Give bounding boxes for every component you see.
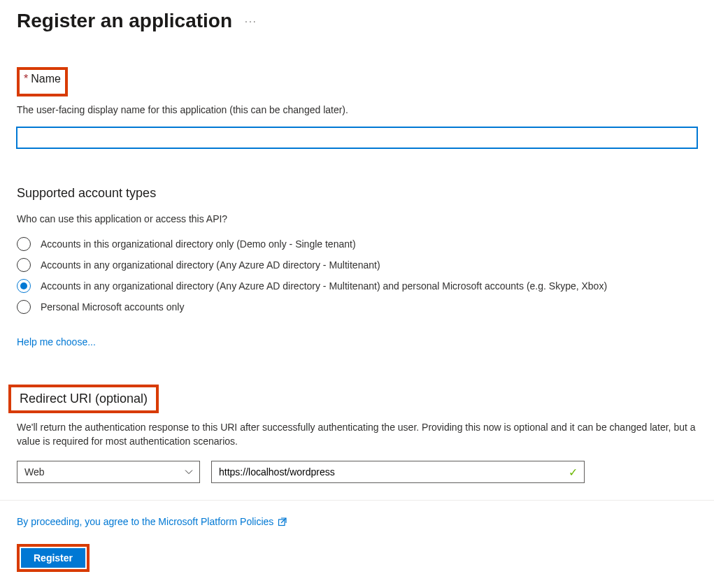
redirect-uri-input[interactable] [211,461,585,483]
radio-label: Accounts in any organizational directory… [41,259,380,271]
page-title: Register an application [17,10,232,32]
external-link-icon [278,517,287,526]
platform-policies-link[interactable]: By proceeding, you agree to the Microsof… [17,516,273,527]
radio-icon[interactable] [17,237,31,251]
account-type-option-0[interactable]: Accounts in this organizational director… [17,237,697,251]
platform-selected-value: Web [24,466,45,478]
radio-label: Personal Microsoft accounts only [41,301,184,313]
divider [0,500,714,501]
name-label: *Name [24,73,61,85]
redirect-heading: Redirect URI (optional) [20,392,149,406]
account-types-heading: Supported account types [17,186,697,201]
name-highlight: *Name [17,67,68,96]
radio-label: Accounts in this organizational director… [41,238,356,250]
platform-select[interactable]: Web [17,461,200,483]
help-me-choose-link[interactable]: Help me choose... [17,336,96,347]
account-type-option-3[interactable]: Personal Microsoft accounts only [17,300,697,314]
more-actions-icon[interactable]: ··· [245,15,257,27]
radio-label: Accounts in any organizational directory… [41,280,607,292]
required-star-icon: * [24,73,28,85]
name-input[interactable] [17,127,697,148]
register-highlight: Register [17,544,90,572]
redirect-description: We'll return the authentication response… [17,420,697,449]
redirect-highlight: Redirect URI (optional) [8,385,159,413]
radio-icon[interactable] [17,300,31,314]
register-button[interactable]: Register [21,548,85,568]
account-type-option-2[interactable]: Accounts in any organizational directory… [17,279,697,293]
account-type-option-1[interactable]: Accounts in any organizational directory… [17,258,697,272]
radio-icon[interactable] [17,258,31,272]
radio-icon[interactable] [17,279,31,293]
account-types-question: Who can use this application or access t… [17,213,697,224]
name-description: The user-facing display name for this ap… [17,103,697,117]
